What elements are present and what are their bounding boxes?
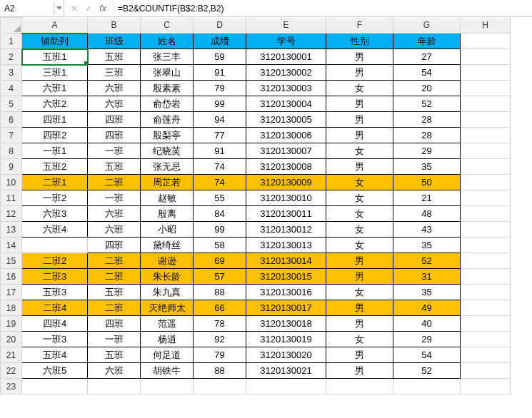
name-box-dropdown[interactable] bbox=[54, 0, 64, 16]
cell-F7[interactable]: 男 bbox=[326, 128, 393, 143]
cell-F17[interactable]: 女 bbox=[326, 285, 393, 300]
cell-F3[interactable]: 男 bbox=[326, 65, 393, 81]
cell-A16[interactable]: 二班3 bbox=[22, 269, 88, 285]
cell-F8[interactable]: 女 bbox=[326, 143, 393, 159]
column-header-F[interactable]: F bbox=[326, 18, 393, 34]
cell-E5[interactable]: 3120130004 bbox=[246, 96, 326, 112]
row-header[interactable]: 15 bbox=[1, 253, 22, 269]
row-header[interactable]: 9 bbox=[1, 159, 22, 175]
cell-F5[interactable]: 男 bbox=[326, 96, 393, 112]
cell-C21[interactable]: 何足道 bbox=[141, 347, 194, 363]
cell[interactable] bbox=[461, 143, 511, 159]
cell-F10[interactable]: 女 bbox=[326, 175, 393, 190]
cell-F22[interactable]: 男 bbox=[326, 363, 393, 379]
select-all-corner[interactable] bbox=[1, 18, 22, 34]
header-cell-e[interactable]: 学号 bbox=[246, 34, 326, 49]
cell-A7[interactable]: 四班2 bbox=[22, 128, 88, 143]
cell-D20[interactable]: 92 bbox=[194, 332, 246, 347]
cell-A22[interactable]: 六班5 bbox=[22, 363, 88, 379]
cell-C6[interactable]: 俞莲舟 bbox=[141, 112, 194, 128]
cell[interactable] bbox=[461, 316, 511, 332]
cell-F18[interactable]: 男 bbox=[326, 300, 393, 316]
cell-C15[interactable]: 谢逊 bbox=[141, 253, 194, 269]
row-header[interactable]: 10 bbox=[1, 175, 22, 190]
cell-G20[interactable]: 29 bbox=[393, 332, 461, 347]
cell[interactable] bbox=[461, 96, 511, 112]
cell-A11[interactable]: 一班2 bbox=[22, 190, 88, 206]
cell-D14[interactable]: 58 bbox=[194, 238, 246, 253]
cell-C5[interactable]: 俞岱岩 bbox=[141, 96, 194, 112]
cell-G13[interactable]: 43 bbox=[393, 222, 461, 238]
cell[interactable] bbox=[88, 379, 141, 394]
cell-C16[interactable]: 朱长龄 bbox=[141, 269, 194, 285]
cell-E3[interactable]: 3120130002 bbox=[246, 65, 326, 81]
row-header[interactable]: 7 bbox=[1, 128, 22, 143]
cell-A19[interactable]: 四班4 bbox=[22, 316, 88, 332]
cell-A6[interactable]: 四班1 bbox=[22, 112, 88, 128]
cell-F4[interactable]: 女 bbox=[326, 81, 393, 96]
cell[interactable] bbox=[461, 347, 511, 363]
cell-G9[interactable]: 35 bbox=[393, 159, 461, 175]
row-header[interactable]: 17 bbox=[1, 285, 22, 300]
cell[interactable] bbox=[461, 253, 511, 269]
cell-B2[interactable]: 五班 bbox=[88, 49, 141, 65]
column-header-D[interactable]: D bbox=[194, 18, 246, 34]
cell-B13[interactable]: 六班 bbox=[88, 222, 141, 238]
row-header[interactable]: 22 bbox=[1, 363, 22, 379]
cell-D9[interactable]: 74 bbox=[194, 159, 246, 175]
cell[interactable] bbox=[393, 379, 461, 394]
cell-E18[interactable]: 3120130017 bbox=[246, 300, 326, 316]
cell-E8[interactable]: 3120130007 bbox=[246, 143, 326, 159]
cell-E6[interactable]: 3120130005 bbox=[246, 112, 326, 128]
column-header-C[interactable]: C bbox=[141, 18, 194, 34]
cell-C2[interactable]: 张三丰 bbox=[141, 49, 194, 65]
cell-D10[interactable]: 74 bbox=[194, 175, 246, 190]
cell-E2[interactable]: 3120130001 bbox=[246, 49, 326, 65]
cell-C22[interactable]: 胡铁牛 bbox=[141, 363, 194, 379]
cell[interactable] bbox=[461, 34, 511, 49]
cell-A8[interactable]: 一班1 bbox=[22, 143, 88, 159]
cell-F6[interactable]: 男 bbox=[326, 112, 393, 128]
cell-C8[interactable]: 纪晓芙 bbox=[141, 143, 194, 159]
cell-D2[interactable]: 59 bbox=[194, 49, 246, 65]
cell[interactable] bbox=[461, 190, 511, 206]
cell-A9[interactable]: 五班2 bbox=[22, 159, 88, 175]
cell-C17[interactable]: 朱九真 bbox=[141, 285, 194, 300]
cell-F13[interactable]: 女 bbox=[326, 222, 393, 238]
cell-E19[interactable]: 3120130018 bbox=[246, 316, 326, 332]
header-cell-a[interactable]: 辅助列 bbox=[22, 34, 88, 49]
cell-B6[interactable]: 四班 bbox=[88, 112, 141, 128]
cell-F2[interactable]: 男 bbox=[326, 49, 393, 65]
cell[interactable] bbox=[461, 206, 511, 222]
row-header[interactable]: 20 bbox=[1, 332, 22, 347]
cell-D11[interactable]: 55 bbox=[194, 190, 246, 206]
cell-C10[interactable]: 周芷若 bbox=[141, 175, 194, 190]
cell-G8[interactable]: 29 bbox=[393, 143, 461, 159]
cell-B10[interactable]: 二班 bbox=[88, 175, 141, 190]
cell-C12[interactable]: 殷离 bbox=[141, 206, 194, 222]
insert-function-button[interactable]: fx bbox=[96, 4, 110, 14]
column-header-B[interactable]: B bbox=[88, 18, 141, 34]
cell-A17[interactable]: 五班3 bbox=[22, 285, 88, 300]
cell-B22[interactable]: 六班 bbox=[88, 363, 141, 379]
cell-E13[interactable]: 3120130012 bbox=[246, 222, 326, 238]
cell-G6[interactable]: 28 bbox=[393, 112, 461, 128]
cell-C3[interactable]: 张翠山 bbox=[141, 65, 194, 81]
cell-E10[interactable]: 3120130009 bbox=[246, 175, 326, 190]
row-header[interactable]: 4 bbox=[1, 81, 22, 96]
cell-D19[interactable]: 78 bbox=[194, 316, 246, 332]
cell-E21[interactable]: 3120130020 bbox=[246, 347, 326, 363]
cell-G22[interactable]: 52 bbox=[393, 363, 461, 379]
cell-G17[interactable]: 35 bbox=[393, 285, 461, 300]
cell[interactable] bbox=[246, 379, 326, 394]
cell-C7[interactable]: 殷梨亭 bbox=[141, 128, 194, 143]
cell-B20[interactable]: 一班 bbox=[88, 332, 141, 347]
cell[interactable] bbox=[326, 379, 393, 394]
cell-A14[interactable] bbox=[22, 238, 88, 253]
cell-B18[interactable]: 二班 bbox=[88, 300, 141, 316]
row-header[interactable]: 2 bbox=[1, 49, 22, 65]
cell-D21[interactable]: 79 bbox=[194, 347, 246, 363]
cell-C11[interactable]: 赵敏 bbox=[141, 190, 194, 206]
cell-A15[interactable]: 二班2 bbox=[22, 253, 88, 269]
cell-G21[interactable]: 54 bbox=[393, 347, 461, 363]
